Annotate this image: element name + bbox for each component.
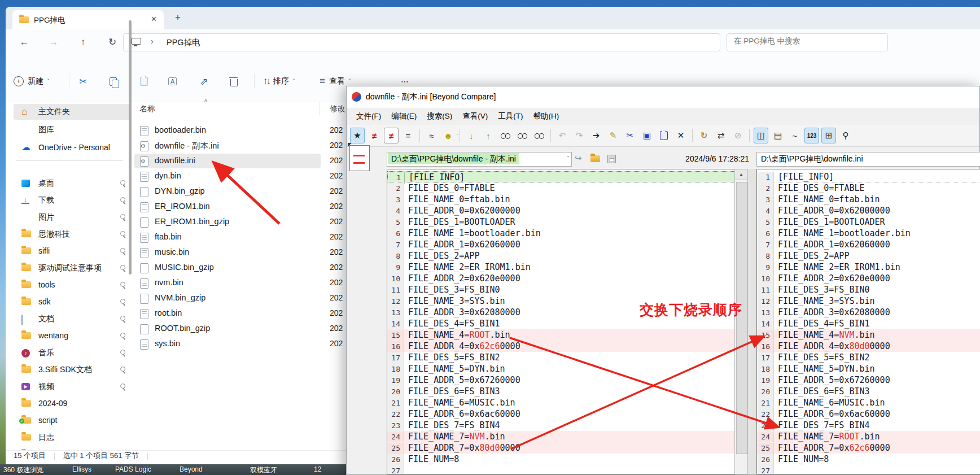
file-row[interactable]: sys.bin202 (134, 337, 350, 352)
file-row[interactable]: MUSIC.bin_gzip202 (134, 260, 350, 276)
diff-map-widget[interactable] (349, 145, 370, 171)
sidebar-item[interactable]: 驱动调试注意事项 (14, 260, 131, 276)
show-all-icon[interactable]: ★ (350, 128, 365, 143)
rename-button[interactable]: A (168, 72, 177, 90)
sort-button[interactable]: ↑↓ 排序 ˇ (263, 72, 295, 90)
zoom-icon[interactable]: ⚲ (838, 128, 853, 143)
delete-icon[interactable]: ✕ (673, 128, 688, 143)
file-row[interactable]: root.bin202 (134, 306, 350, 321)
taskbar-item[interactable]: 12 (314, 465, 321, 473)
save-icon[interactable] (607, 155, 616, 163)
open-file-icon[interactable] (590, 155, 600, 162)
copy-button[interactable] (110, 72, 117, 90)
file-row[interactable]: music.bin202 (134, 245, 350, 260)
scroll-up-icon[interactable]: ▲ (735, 169, 747, 180)
column-header-modified[interactable]: 修改 (330, 104, 345, 114)
rules-icon[interactable]: ☻ˇ (441, 128, 456, 143)
sidebar-item[interactable]: 2024-09 (14, 396, 131, 412)
forward-icon[interactable]: → (46, 35, 61, 50)
scrollbar-thumb[interactable] (736, 182, 747, 454)
refresh-icon[interactable]: ↻ (697, 128, 711, 143)
file-row[interactable]: NVM.bin_gzip202 (134, 291, 350, 306)
file-row[interactable]: downfile.ini202 (134, 154, 350, 169)
file-row[interactable]: ER_IROM1.bin_gzip202 (134, 215, 350, 230)
back-icon[interactable]: ← (17, 35, 32, 50)
taskbar-item[interactable]: 双模蓝牙 (250, 465, 277, 475)
file-row[interactable]: downfile - 副本.ini202 (134, 138, 350, 154)
right-text-pane[interactable]: 1[FILE_INFO]2FILE_DES_0=FTABLE3FILE_NAME… (756, 169, 980, 474)
sidebar-item[interactable]: 桌面 (14, 176, 131, 191)
chevron-down-icon[interactable]: ˇ (567, 156, 569, 162)
cut-button[interactable]: ✂ (79, 72, 87, 90)
stop-icon[interactable]: ⊘ (730, 128, 745, 143)
file-row[interactable]: ROOT.bin_gzip202 (134, 321, 350, 337)
share-button[interactable]: ⇗ (200, 72, 208, 90)
find-next-icon[interactable] (515, 128, 530, 143)
breadcrumb[interactable]: › PPG掉电 (123, 33, 720, 51)
paste-button[interactable] (140, 72, 148, 90)
find-prev-icon[interactable] (532, 128, 546, 143)
bc-title-bar[interactable]: downfile - 副本.ini [Beyond Compare] (347, 86, 979, 108)
sidebar-item[interactable]: script (14, 413, 131, 429)
copy-to-right-icon[interactable]: ➔ (589, 128, 603, 143)
delete-button[interactable] (230, 72, 238, 90)
column-divider[interactable] (320, 102, 320, 115)
new-button[interactable]: + 新建 ˇ (14, 72, 49, 90)
line-numbers-icon[interactable]: 123 (804, 128, 819, 143)
file-row[interactable]: bootloader.bin202 (134, 123, 350, 138)
redo-icon[interactable]: ↷ (572, 128, 587, 143)
explore-icon[interactable]: ↪ (575, 153, 582, 163)
sidebar-item[interactable]: 图片 (14, 210, 131, 225)
sidebar-item[interactable]: 日志 (14, 430, 131, 446)
sidebar-item[interactable]: OneDrive - Personal (14, 140, 131, 156)
sidebar-item[interactable]: 文档 (14, 311, 131, 327)
bc-menu-item[interactable]: 查看(V) (457, 111, 493, 121)
next-diff-icon[interactable]: ↓ (464, 128, 479, 143)
sidebar-item[interactable]: 音乐 (14, 345, 131, 361)
unimportant-icon[interactable]: ~ (788, 128, 802, 143)
sidebar-item[interactable]: tools (14, 277, 131, 293)
undo-icon[interactable]: ↶ (555, 128, 570, 143)
close-tab-icon[interactable]: ✕ (151, 15, 157, 23)
up-icon[interactable]: ↑ (76, 35, 90, 50)
bc-menu-item[interactable]: 帮助(H) (528, 111, 565, 121)
taskbar-item[interactable]: Beyond (180, 465, 203, 473)
file-row[interactable]: ftab.bin202 (134, 230, 350, 245)
bc-menu-item[interactable]: 工具(T) (493, 111, 528, 121)
sidebar-item[interactable]: 思澈科技 (14, 226, 131, 242)
sidebar-item[interactable]: 下载 (14, 193, 131, 208)
new-tab-icon[interactable]: + (175, 12, 181, 23)
search-box[interactable] (727, 33, 888, 51)
right-path-combo[interactable]: D:\桌面\PPG掉电\downfile.ini (756, 152, 980, 167)
taskbar-item[interactable]: 360 极速浏览 (3, 465, 43, 475)
file-row[interactable]: DYN.bin_gzip202 (134, 184, 350, 199)
sidebar-item[interactable]: wentang (14, 328, 131, 344)
column-header-name[interactable]: 名称 (139, 104, 155, 114)
explorer-tab[interactable]: PPG掉电 ✕ (12, 10, 164, 29)
sidebar-item[interactable]: 视频 (14, 379, 131, 395)
show-same-icon[interactable]: = (401, 128, 415, 143)
sidebar-item[interactable]: 图库 (14, 122, 131, 138)
edit-icon[interactable]: ✎ (606, 128, 620, 143)
prev-diff-icon[interactable]: ↑ (481, 128, 496, 143)
side-by-side-icon[interactable]: ◫ (754, 128, 768, 143)
copy-icon[interactable]: ▣ (640, 128, 654, 143)
breadcrumb-folder[interactable]: PPG掉电 (167, 37, 200, 48)
over-under-icon[interactable]: ▤ (771, 128, 785, 143)
search-input[interactable] (733, 36, 876, 46)
bc-menu-item[interactable]: 文件(F) (351, 111, 386, 121)
sidebar-scrollbar[interactable] (129, 20, 132, 274)
file-row[interactable]: ER_IROM1.bin202 (134, 199, 350, 215)
sidebar-item[interactable]: 3.Sifli SDK文档 (14, 362, 131, 378)
sidebar-item[interactable]: sdk (14, 294, 131, 310)
show-diffs-icon[interactable]: ≠ (367, 128, 382, 143)
left-pane-scrollbar[interactable]: ▲ (734, 169, 748, 474)
sidebar-item[interactable]: 主文件夹 (14, 104, 131, 120)
find-icon[interactable] (498, 128, 513, 143)
taskbar-item[interactable]: PADS Logic (115, 465, 151, 473)
sidebar-item[interactable]: sifli (14, 243, 131, 259)
bc-menu-item[interactable]: 编辑(E) (386, 111, 422, 121)
show-diffs-context-icon[interactable]: ≠ (384, 128, 399, 143)
swap-icon[interactable]: ⇄ (714, 128, 728, 143)
bc-menu-item[interactable]: 搜索(S) (422, 111, 457, 121)
